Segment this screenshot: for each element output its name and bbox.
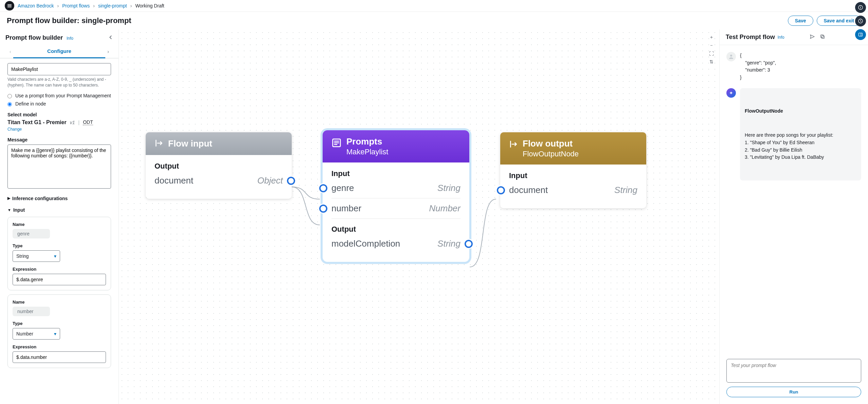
flow-output-icon: [509, 140, 518, 150]
chevron-right-icon: ›: [57, 3, 59, 8]
radio-use-pm[interactable]: Use a prompt from your Prompt Management: [7, 93, 111, 98]
prompts-input-number-type: Number: [429, 203, 460, 214]
user-avatar-icon: [726, 52, 736, 61]
menu-icon: [7, 3, 12, 8]
chevron-right-icon: ›: [130, 3, 132, 8]
test-info-link[interactable]: Info: [778, 35, 784, 40]
field-name-label: Name: [13, 222, 106, 227]
node-prompts[interactable]: Prompts MakePlaylist Input genre String …: [323, 130, 469, 262]
breadcrumb-prompt-flows[interactable]: Prompt flows: [62, 3, 90, 8]
model-name: Titan Text G1 - Premier: [7, 119, 67, 126]
caret-down-icon: ▾: [54, 253, 56, 259]
port-input-genre[interactable]: [319, 184, 327, 192]
user-message-text: { "genre": "pop", "number": 3 }: [740, 52, 861, 81]
port-input-number[interactable]: [319, 205, 327, 213]
message-label: Message: [7, 137, 111, 142]
clock-rail-icon[interactable]: [855, 16, 866, 26]
test-panel-title: Test Prompt flow Info: [726, 34, 784, 41]
save-button[interactable]: Save: [788, 16, 813, 26]
input-name-1: number: [13, 307, 50, 316]
radio-use-pm-input[interactable]: [7, 94, 12, 98]
svg-rect-1: [821, 36, 824, 38]
node-flow-output[interactable]: Flow output FlowOutputNode Input documen…: [500, 132, 646, 208]
change-model-link[interactable]: Change: [7, 127, 22, 132]
field-type-label: Type: [13, 243, 106, 248]
tabs-left-arrow[interactable]: ‹: [7, 49, 13, 54]
node-flow-input[interactable]: Flow input Output document Object: [146, 132, 292, 199]
flow-output-input-name: document: [509, 185, 548, 195]
canvas-controls: ＋ － ⛶ ⇅: [708, 34, 715, 65]
flow-canvas[interactable]: ＋ － ⛶ ⇅ Flow input Output document Obje: [119, 30, 719, 404]
prompts-icon: [331, 138, 342, 149]
test-input[interactable]: [726, 359, 861, 383]
lock-button[interactable]: ⇅: [708, 58, 715, 65]
save-and-exit-button[interactable]: Save and exit: [817, 16, 862, 26]
field-type-label: Type: [13, 321, 106, 326]
inference-config-label: Inference configurations: [12, 196, 68, 201]
field-expr-label: Expression: [13, 344, 106, 349]
right-rail: [855, 2, 866, 40]
collapse-sidebar-icon[interactable]: [108, 35, 113, 41]
assistant-name: FlowOutputNode: [745, 108, 856, 115]
svg-point-3: [730, 55, 732, 57]
prompts-input-label: Input: [331, 166, 460, 178]
caret-down-icon: ▾: [54, 331, 56, 336]
page-title: Prompt flow builder: single-prompt: [7, 16, 131, 25]
port-output-modelcompletion[interactable]: [465, 240, 473, 248]
zoom-out-button[interactable]: －: [708, 42, 715, 49]
sidebar-title: Prompt flow builder Info: [5, 34, 73, 41]
node-prompts-subtitle: MakePlaylist: [346, 148, 388, 156]
radio-use-pm-label: Use a prompt from your Prompt Management: [15, 93, 111, 98]
node-flow-input-title: Flow input: [168, 138, 212, 149]
panel-rail-icon[interactable]: [855, 29, 866, 40]
input-label: Input: [13, 207, 25, 213]
tabs-right-arrow[interactable]: ›: [105, 49, 111, 54]
breadcrumbs: Amazon Bedrock › Prompt flows › single-p…: [18, 3, 164, 8]
zoom-in-button[interactable]: ＋: [708, 34, 715, 41]
tab-configure[interactable]: Configure: [13, 45, 106, 58]
sidebar-info-link[interactable]: Info: [67, 36, 73, 41]
copy-icon[interactable]: [820, 34, 825, 40]
radio-define-in-node[interactable]: Define in node: [7, 101, 111, 107]
node-flow-output-title: Flow output: [523, 138, 579, 149]
run-button[interactable]: Run: [726, 387, 861, 397]
triangle-right-icon: ▶: [7, 196, 10, 200]
input-expander[interactable]: ▼ Input: [7, 207, 111, 213]
port-input-document[interactable]: [497, 186, 505, 194]
flow-input-output-type: Object: [257, 175, 283, 186]
prompts-input-genre-name: genre: [331, 183, 354, 193]
triangle-down-icon: ▼: [7, 208, 11, 212]
message-textarea[interactable]: Make me a {{genre}} playlist consisting …: [7, 145, 111, 189]
tabs: ‹ Configure ›: [0, 45, 119, 58]
sidebar: Prompt flow builder Info ‹ Configure › V…: [0, 30, 119, 404]
node-name-input[interactable]: [7, 63, 111, 75]
hamburger-menu[interactable]: [5, 1, 14, 11]
inference-config-expander[interactable]: ▶ Inference configurations: [7, 196, 111, 201]
flow-output-input-label: Input: [509, 168, 637, 180]
prompts-input-number-name: number: [331, 203, 361, 214]
port-output-document[interactable]: [287, 177, 295, 185]
send-icon[interactable]: [810, 34, 815, 40]
node-flow-output-subtitle: FlowOutputNode: [523, 150, 579, 158]
model-version: v1: [70, 120, 75, 125]
input-type-select-0[interactable]: String ▾: [13, 250, 60, 262]
input-type-select-1[interactable]: Number ▾: [13, 328, 60, 340]
user-message: { "genre": "pop", "number": 3 }: [726, 52, 861, 81]
input-card-0: Name genre Type String ▾ Expression: [7, 217, 111, 290]
radio-define-input[interactable]: [7, 102, 12, 107]
model-odt: ODT: [83, 119, 93, 125]
info-rail-icon[interactable]: [855, 2, 866, 13]
flow-output-input-type: String: [614, 185, 637, 195]
fit-view-button[interactable]: ⛶: [708, 50, 715, 57]
breadcrumb-working-draft: Working Draft: [135, 3, 164, 8]
input-name-0: genre: [13, 229, 50, 238]
breadcrumb-single-prompt[interactable]: single-prompt: [98, 3, 127, 8]
flow-input-icon: [155, 139, 163, 149]
input-expr-0[interactable]: [13, 274, 106, 285]
prompts-output-label: Output: [331, 222, 460, 234]
input-expr-1[interactable]: [13, 351, 106, 363]
prompts-output-type: String: [437, 238, 460, 249]
breadcrumb-amazon-bedrock[interactable]: Amazon Bedrock: [18, 3, 54, 8]
field-name-label: Name: [13, 300, 106, 305]
radio-define-label: Define in node: [15, 101, 46, 107]
